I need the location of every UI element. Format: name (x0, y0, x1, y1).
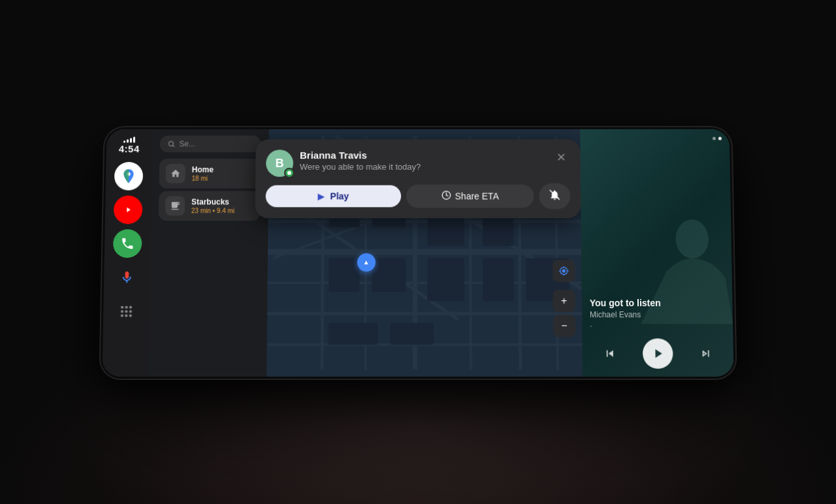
svg-rect-3 (125, 306, 128, 309)
left-panel: Se... Home 18 mi (148, 129, 269, 377)
search-text: Se... (179, 140, 195, 149)
share-eta-button[interactable]: Share ETA (406, 185, 534, 208)
sidebar-item-assistant[interactable] (112, 263, 142, 292)
svg-rect-30 (329, 258, 359, 292)
search-bar[interactable]: Se... (159, 136, 261, 153)
media-dot-1 (713, 137, 716, 140)
starbucks-icon-container (165, 196, 185, 215)
notification-header: B Brianna Travis Were you able to make i… (266, 150, 570, 176)
contact-name: Brianna Travis (300, 150, 545, 161)
search-icon (167, 140, 175, 148)
time-display: 4:54 (119, 143, 140, 154)
zoom-out-icon: − (561, 320, 568, 332)
notification-popup: B Brianna Travis Were you able to make i… (255, 140, 581, 219)
signal-icon (123, 137, 135, 143)
starbucks-nav-text: Starbucks 23 min • 9.4 mi (191, 197, 254, 214)
notification-actions: ▶ Play Share ETA (266, 183, 571, 210)
sidebar-item-grid[interactable] (112, 297, 141, 326)
svg-rect-10 (129, 315, 132, 317)
coffee-icon (170, 200, 180, 211)
home-icon (170, 168, 181, 179)
song-title: You got to listen (590, 298, 725, 308)
play-pause-icon (651, 346, 665, 360)
svg-line-40 (173, 146, 174, 147)
status-bar: 4:54 (119, 137, 140, 155)
skip-next-icon (699, 347, 712, 360)
signal-bar-1 (123, 141, 125, 143)
media-dots (713, 137, 722, 140)
android-auto-screen: 4:54 (102, 129, 733, 377)
play-pause-button[interactable] (643, 338, 673, 368)
location-button[interactable] (553, 260, 575, 282)
close-button[interactable]: ✕ (552, 148, 570, 166)
share-eta-label: Share ETA (455, 191, 499, 202)
signal-bar-3 (130, 138, 132, 143)
svg-rect-4 (129, 306, 132, 309)
media-progress: - (590, 322, 725, 329)
mute-icon (549, 189, 560, 204)
notification-text: Brianna Travis Were you able to make it … (300, 150, 545, 172)
zoom-out-button[interactable]: − (553, 315, 575, 337)
home-nav-text: Home 18 mi (191, 165, 254, 182)
nav-item-starbucks[interactable]: Starbucks 23 min • 9.4 mi (159, 191, 261, 221)
signal-bar-2 (127, 140, 129, 143)
skip-previous-icon (603, 347, 617, 360)
location-icon (558, 266, 569, 276)
main-content: Se... Home 18 mi (148, 129, 583, 377)
starbucks-detail: 23 min • 9.4 mi (191, 207, 254, 214)
screen-wrapper: 4:54 (102, 129, 733, 377)
badge-dot (287, 171, 291, 175)
media-panel: You got to listen Michael Evans - (580, 129, 733, 377)
media-controls (590, 338, 726, 368)
media-info: You got to listen Michael Evans - (590, 298, 725, 329)
share-eta-icon (442, 191, 451, 200)
sidebar-item-maps[interactable] (114, 162, 144, 190)
home-detail: 18 mi (191, 175, 254, 182)
car-dashboard: 4:54 (0, 0, 836, 504)
map-controls: + − (553, 260, 575, 337)
svg-rect-9 (125, 315, 127, 317)
sidebar-item-phone[interactable] (113, 229, 142, 258)
zoom-in-icon: + (561, 295, 568, 307)
sidebar-item-youtube[interactable] (114, 196, 143, 225)
starbucks-label: Starbucks (191, 197, 254, 206)
notification-message: Were you able to make it today? (300, 162, 545, 172)
svg-rect-2 (121, 306, 123, 309)
svg-rect-31 (372, 258, 406, 292)
avatar-initial: B (276, 157, 284, 170)
svg-rect-7 (129, 310, 132, 313)
bell-mute-icon (549, 189, 560, 201)
svg-rect-34 (427, 258, 464, 301)
svg-rect-37 (390, 323, 433, 345)
svg-rect-36 (329, 323, 378, 345)
mute-button[interactable] (539, 183, 570, 210)
artist-name: Michael Evans (590, 310, 725, 319)
clock-share-icon (442, 191, 451, 202)
svg-point-39 (169, 142, 173, 146)
play-label: Play (330, 191, 349, 202)
svg-rect-35 (483, 258, 514, 301)
svg-rect-6 (125, 310, 128, 313)
svg-rect-5 (121, 310, 123, 313)
svg-point-43 (675, 219, 709, 259)
signal-bar-4 (133, 137, 135, 143)
sidebar: 4:54 (102, 129, 152, 377)
previous-button[interactable] (603, 347, 617, 360)
play-button[interactable]: ▶ Play (266, 185, 401, 208)
next-button[interactable] (699, 347, 712, 360)
home-icon-container (166, 164, 185, 183)
avatar-badge (284, 168, 295, 178)
home-label: Home (192, 165, 255, 174)
zoom-in-button[interactable]: + (553, 290, 575, 312)
contact-avatar: B (266, 150, 293, 176)
play-icon: ▶ (318, 191, 325, 202)
svg-rect-8 (121, 315, 123, 317)
nav-item-home[interactable]: Home 18 mi (159, 159, 261, 188)
media-dot-2 (718, 137, 722, 140)
